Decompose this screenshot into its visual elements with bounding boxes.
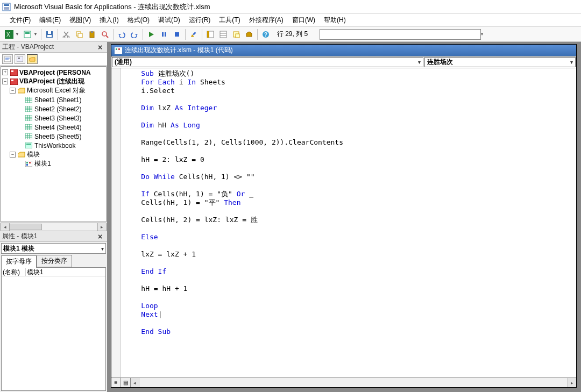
svg-rect-66	[26, 144, 31, 145]
properties-pane-header: 属性 - 模块1 ×	[0, 231, 107, 242]
folder-open-icon	[17, 87, 25, 95]
view-object-icon[interactable]	[15, 54, 25, 64]
expand-icon[interactable]: +	[2, 69, 8, 75]
scroll-left-icon[interactable]: ◂	[1, 223, 10, 231]
scroll-right-icon[interactable]: ▸	[97, 223, 106, 231]
horizontal-scrollbar[interactable]: ◂ ▸	[131, 378, 576, 387]
tree-sheet-item[interactable]: Sheet5 (Sheet5)	[2, 132, 105, 141]
svg-rect-35	[18, 58, 20, 59]
close-icon[interactable]: ×	[95, 232, 105, 241]
project-tree[interactable]: + VBAProject (PERSONA − VBAProject (连续出现…	[1, 66, 107, 222]
menu-file[interactable]: 文件(F)	[5, 15, 35, 26]
tree-excel-objects-folder[interactable]: − Microsoft Excel 对象	[2, 86, 105, 95]
menu-tools[interactable]: 工具(T)	[215, 15, 244, 26]
paste-icon[interactable]	[86, 28, 98, 40]
procedure-view-icon[interactable]: ≡	[111, 378, 121, 387]
scroll-right-icon[interactable]: ▸	[568, 378, 576, 387]
menu-debug[interactable]: 调试(D)	[154, 15, 185, 26]
tree-label: Sheet5 (Sheet5)	[34, 133, 81, 140]
properties-window-icon[interactable]	[217, 28, 229, 40]
toolbox-icon[interactable]	[243, 28, 255, 40]
tree-project-persona[interactable]: + VBAProject (PERSONA	[2, 68, 105, 77]
tree-module-item[interactable]: 模块1	[2, 159, 105, 168]
procedure-select[interactable]: 连胜场次 ▾	[424, 57, 576, 67]
view-code-icon[interactable]	[2, 54, 13, 64]
separator	[202, 29, 202, 40]
sheet-icon	[25, 96, 33, 104]
toggle-folders-icon[interactable]	[27, 54, 38, 64]
property-value[interactable]: 模块1	[26, 268, 105, 276]
view-excel-icon[interactable]: X	[3, 28, 15, 40]
collapse-icon[interactable]: −	[10, 88, 16, 94]
object-browser-icon[interactable]	[230, 28, 242, 40]
insert-module-icon[interactable]	[22, 28, 33, 40]
code-margin[interactable]	[111, 68, 121, 377]
horizontal-scrollbar[interactable]: ◂ ▸	[1, 223, 107, 231]
svg-rect-71	[115, 47, 122, 54]
window-titlebar: Microsoft Visual Basic for Applications …	[0, 0, 581, 14]
properties-grid[interactable]: (名称) 模块1	[1, 267, 106, 391]
svg-text:?: ?	[264, 32, 267, 38]
code-footer: ≡ ▤ ◂ ▸	[111, 377, 576, 387]
menu-run[interactable]: 运行(R)	[185, 15, 215, 26]
code-editor[interactable]: Sub 连胜场次() For Each i In Sheets i.Select…	[121, 68, 576, 377]
tab-alphabetic[interactable]: 按字母序	[1, 255, 37, 268]
save-icon[interactable]	[44, 28, 55, 40]
collapse-icon[interactable]: −	[2, 79, 8, 84]
menu-edit[interactable]: 编辑(E)	[35, 15, 65, 26]
close-icon[interactable]: ×	[95, 42, 105, 52]
undo-icon[interactable]	[116, 28, 127, 40]
menu-help[interactable]: 帮助(H)	[320, 15, 350, 26]
search-input[interactable]	[320, 29, 481, 40]
collapse-icon[interactable]: −	[10, 152, 16, 158]
properties-tabs: 按字母序 按分类序	[1, 255, 106, 267]
svg-rect-15	[91, 31, 93, 33]
reset-icon[interactable]	[171, 28, 183, 40]
dropdown-icon[interactable]: ▾	[570, 59, 573, 65]
find-icon[interactable]	[99, 28, 111, 40]
menu-window[interactable]: 窗口(W)	[288, 15, 320, 26]
tree-sheet-item[interactable]: Sheet1 (Sheet1)	[2, 95, 105, 104]
sheet-icon	[25, 105, 33, 113]
design-mode-icon[interactable]	[188, 28, 200, 40]
svg-rect-70	[26, 164, 28, 166]
separator	[41, 29, 41, 40]
tab-categorized[interactable]: 按分类序	[37, 255, 72, 267]
tree-sheet-item[interactable]: Sheet3 (Sheet3)	[2, 113, 105, 123]
full-module-view-icon[interactable]: ▤	[121, 378, 131, 387]
svg-rect-45	[25, 106, 32, 112]
tree-sheet-item[interactable]: Sheet4 (Sheet4)	[2, 123, 105, 132]
object-select[interactable]: (通用) ▾	[112, 57, 423, 67]
tree-thisworkbook[interactable]: ThisWorkbook	[2, 141, 105, 150]
mdi-area: 连续出现次数统计.xlsm - 模块1 (代码) (通用) ▾ 连胜场次 ▾ S…	[108, 42, 581, 392]
scroll-thumb[interactable]	[10, 224, 42, 230]
help-icon[interactable]: ?	[260, 28, 272, 40]
properties-object-select[interactable]: 模块1 模块 ▾	[1, 243, 106, 254]
menu-insert[interactable]: 插入(I)	[95, 15, 123, 26]
scroll-left-icon[interactable]: ◂	[131, 378, 139, 387]
break-icon[interactable]	[158, 28, 170, 40]
cut-icon[interactable]	[60, 28, 72, 40]
redo-icon[interactable]	[129, 28, 140, 40]
code-window-icon	[115, 47, 122, 54]
tree-label: Sheet2 (Sheet2)	[34, 105, 81, 113]
svg-rect-68	[26, 162, 28, 163]
tree-modules-folder[interactable]: − 模块	[2, 150, 105, 159]
dropdown-icon[interactable]: ▼	[15, 32, 19, 37]
dropdown-icon[interactable]: ▼	[33, 32, 38, 37]
dropdown-icon[interactable]: ▾	[418, 59, 421, 65]
menu-addins[interactable]: 外接程序(A)	[245, 15, 288, 26]
dropdown-icon[interactable]: ▾	[481, 32, 483, 37]
copy-icon[interactable]	[73, 28, 85, 40]
code-window-titlebar[interactable]: 连续出现次数统计.xlsm - 模块1 (代码)	[111, 45, 576, 56]
menu-format[interactable]: 格式(O)	[123, 15, 154, 26]
property-row[interactable]: (名称) 模块1	[2, 268, 105, 276]
menu-view[interactable]: 视图(V)	[65, 15, 95, 26]
svg-rect-50	[25, 115, 32, 121]
dropdown-icon[interactable]: ▾	[101, 246, 104, 252]
tree-project-workbook[interactable]: − VBAProject (连续出现	[2, 77, 105, 86]
tree-sheet-item[interactable]: Sheet2 (Sheet2)	[2, 104, 105, 113]
run-icon[interactable]	[145, 28, 157, 40]
cursor-position: 行 29, 列 5	[277, 30, 308, 39]
project-explorer-icon[interactable]	[204, 28, 216, 40]
